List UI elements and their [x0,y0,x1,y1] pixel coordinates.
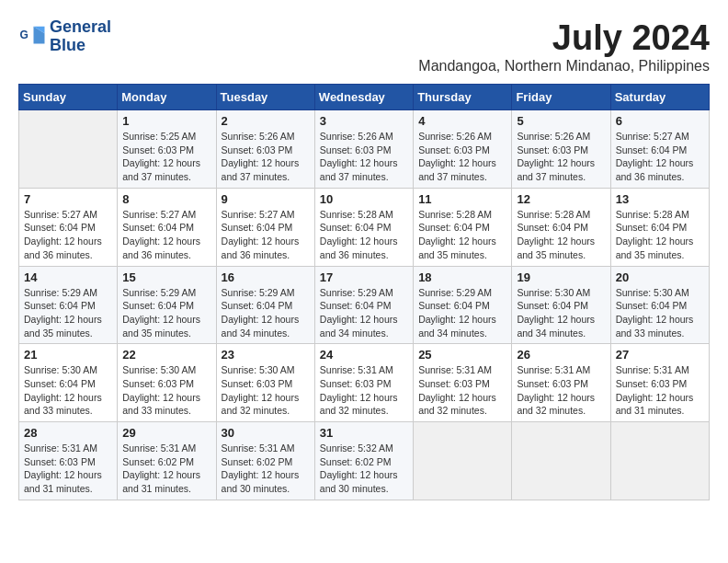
calendar-cell: 31Sunrise: 5:32 AM Sunset: 6:02 PM Dayli… [314,422,413,500]
header-row: SundayMondayTuesdayWednesdayThursdayFrid… [19,85,710,110]
calendar-cell: 30Sunrise: 5:31 AM Sunset: 6:02 PM Dayli… [216,422,314,500]
day-info: Sunrise: 5:25 AM Sunset: 6:03 PM Dayligh… [122,130,210,184]
day-info: Sunrise: 5:29 AM Sunset: 6:04 PM Dayligh… [320,286,408,340]
day-info: Sunrise: 5:31 AM Sunset: 6:03 PM Dayligh… [418,363,506,418]
calendar-cell: 3Sunrise: 5:26 AM Sunset: 6:03 PM Daylig… [314,110,413,189]
day-number: 29 [122,426,210,440]
day-info: Sunrise: 5:30 AM Sunset: 6:03 PM Dayligh… [222,363,310,418]
day-info: Sunrise: 5:31 AM Sunset: 6:03 PM Dayligh… [320,363,408,418]
day-number: 13 [616,192,704,206]
page-header: G General Blue July 2024 Mandangoa, Nort… [18,18,710,75]
calendar-cell: 8Sunrise: 5:27 AM Sunset: 6:04 PM Daylig… [118,188,216,266]
header-cell-saturday: Saturday [610,85,709,110]
calendar-cell: 9Sunrise: 5:27 AM Sunset: 6:04 PM Daylig… [216,188,314,266]
day-info: Sunrise: 5:31 AM Sunset: 6:03 PM Dayligh… [24,442,112,496]
calendar-body: 1Sunrise: 5:25 AM Sunset: 6:03 PM Daylig… [19,110,710,500]
day-info: Sunrise: 5:26 AM Sunset: 6:03 PM Dayligh… [517,130,605,184]
calendar-cell: 29Sunrise: 5:31 AM Sunset: 6:02 PM Dayli… [118,422,216,500]
calendar-cell: 27Sunrise: 5:31 AM Sunset: 6:03 PM Dayli… [610,344,709,422]
calendar-cell: 13Sunrise: 5:28 AM Sunset: 6:04 PM Dayli… [610,188,709,266]
calendar-cell: 5Sunrise: 5:26 AM Sunset: 6:03 PM Daylig… [512,110,610,189]
day-info: Sunrise: 5:31 AM Sunset: 6:03 PM Dayligh… [616,363,704,418]
calendar-cell: 11Sunrise: 5:28 AM Sunset: 6:04 PM Dayli… [414,188,512,266]
day-number: 19 [517,270,605,284]
day-info: Sunrise: 5:28 AM Sunset: 6:04 PM Dayligh… [320,208,408,262]
calendar-cell: 14Sunrise: 5:29 AM Sunset: 6:04 PM Dayli… [19,266,118,344]
day-number: 20 [616,270,704,284]
calendar-cell: 24Sunrise: 5:31 AM Sunset: 6:03 PM Dayli… [314,344,413,422]
day-number: 17 [320,270,408,284]
calendar-week-5: 28Sunrise: 5:31 AM Sunset: 6:03 PM Dayli… [19,422,710,500]
logo-line2: Blue [50,37,111,55]
day-number: 24 [320,348,408,362]
header-cell-tuesday: Tuesday [216,85,314,110]
day-number: 5 [517,114,605,128]
calendar-header: SundayMondayTuesdayWednesdayThursdayFrid… [19,85,710,110]
day-info: Sunrise: 5:28 AM Sunset: 6:04 PM Dayligh… [616,208,704,262]
day-number: 7 [24,192,112,206]
calendar-cell: 18Sunrise: 5:29 AM Sunset: 6:04 PM Dayli… [414,266,512,344]
title-section: July 2024 Mandangoa, Northern Mindanao, … [418,18,710,75]
calendar-cell: 6Sunrise: 5:27 AM Sunset: 6:04 PM Daylig… [610,110,709,189]
calendar-cell: 12Sunrise: 5:28 AM Sunset: 6:04 PM Dayli… [512,188,610,266]
day-number: 26 [517,348,605,362]
calendar-cell: 4Sunrise: 5:26 AM Sunset: 6:03 PM Daylig… [414,110,512,189]
day-info: Sunrise: 5:30 AM Sunset: 6:03 PM Dayligh… [122,363,210,418]
day-info: Sunrise: 5:30 AM Sunset: 6:04 PM Dayligh… [616,286,704,340]
svg-text:G: G [20,28,28,40]
calendar-cell: 15Sunrise: 5:29 AM Sunset: 6:04 PM Dayli… [118,266,216,344]
day-number: 23 [222,348,310,362]
logo-icon: G [18,23,46,51]
calendar-cell: 23Sunrise: 5:30 AM Sunset: 6:03 PM Dayli… [216,344,314,422]
header-cell-thursday: Thursday [414,85,512,110]
calendar-cell: 17Sunrise: 5:29 AM Sunset: 6:04 PM Dayli… [314,266,413,344]
calendar-cell: 20Sunrise: 5:30 AM Sunset: 6:04 PM Dayli… [610,266,709,344]
calendar-cell: 28Sunrise: 5:31 AM Sunset: 6:03 PM Dayli… [19,422,118,500]
day-number: 31 [320,426,408,440]
day-info: Sunrise: 5:26 AM Sunset: 6:03 PM Dayligh… [320,130,408,184]
day-number: 18 [418,270,506,284]
calendar-week-3: 14Sunrise: 5:29 AM Sunset: 6:04 PM Dayli… [19,266,710,344]
day-number: 22 [122,348,210,362]
logo: G General Blue [18,18,111,55]
day-info: Sunrise: 5:26 AM Sunset: 6:03 PM Dayligh… [418,130,506,184]
header-cell-sunday: Sunday [19,85,118,110]
logo-line1: General [50,18,111,37]
day-info: Sunrise: 5:30 AM Sunset: 6:04 PM Dayligh… [517,286,605,340]
day-number: 30 [222,426,310,440]
day-info: Sunrise: 5:31 AM Sunset: 6:02 PM Dayligh… [222,442,310,496]
calendar-cell: 1Sunrise: 5:25 AM Sunset: 6:03 PM Daylig… [118,110,216,189]
calendar-cell: 22Sunrise: 5:30 AM Sunset: 6:03 PM Dayli… [118,344,216,422]
day-number: 14 [24,270,112,284]
day-info: Sunrise: 5:31 AM Sunset: 6:02 PM Dayligh… [122,442,210,496]
calendar-cell [19,110,118,189]
day-info: Sunrise: 5:29 AM Sunset: 6:04 PM Dayligh… [222,286,310,340]
day-info: Sunrise: 5:27 AM Sunset: 6:04 PM Dayligh… [122,208,210,262]
day-number: 11 [418,192,506,206]
day-number: 28 [24,426,112,440]
day-number: 3 [320,114,408,128]
day-number: 4 [418,114,506,128]
location-subtitle: Mandangoa, Northern Mindanao, Philippine… [418,58,710,75]
calendar-table: SundayMondayTuesdayWednesdayThursdayFrid… [18,84,710,500]
calendar-cell: 19Sunrise: 5:30 AM Sunset: 6:04 PM Dayli… [512,266,610,344]
day-info: Sunrise: 5:28 AM Sunset: 6:04 PM Dayligh… [418,208,506,262]
day-number: 10 [320,192,408,206]
calendar-cell [414,422,512,500]
calendar-cell [610,422,709,500]
calendar-cell: 7Sunrise: 5:27 AM Sunset: 6:04 PM Daylig… [19,188,118,266]
day-number: 27 [616,348,704,362]
day-info: Sunrise: 5:27 AM Sunset: 6:04 PM Dayligh… [616,130,704,184]
calendar-cell: 2Sunrise: 5:26 AM Sunset: 6:03 PM Daylig… [216,110,314,189]
day-number: 2 [222,114,310,128]
calendar-cell: 21Sunrise: 5:30 AM Sunset: 6:04 PM Dayli… [19,344,118,422]
header-cell-friday: Friday [512,85,610,110]
calendar-week-4: 21Sunrise: 5:30 AM Sunset: 6:04 PM Dayli… [19,344,710,422]
day-info: Sunrise: 5:31 AM Sunset: 6:03 PM Dayligh… [517,363,605,418]
calendar-cell: 25Sunrise: 5:31 AM Sunset: 6:03 PM Dayli… [414,344,512,422]
day-info: Sunrise: 5:29 AM Sunset: 6:04 PM Dayligh… [418,286,506,340]
day-number: 6 [616,114,704,128]
day-info: Sunrise: 5:27 AM Sunset: 6:04 PM Dayligh… [24,208,112,262]
calendar-cell: 10Sunrise: 5:28 AM Sunset: 6:04 PM Dayli… [314,188,413,266]
day-number: 15 [122,270,210,284]
